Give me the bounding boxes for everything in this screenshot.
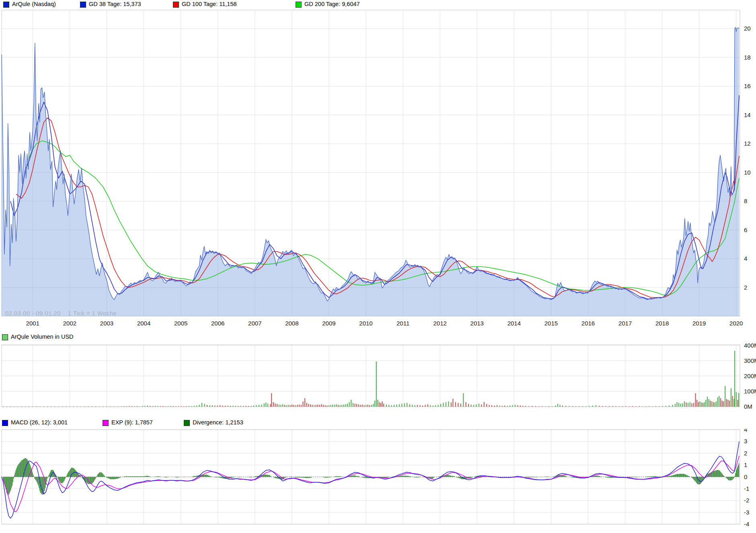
volume-legend: ArQule Volumen in USD <box>0 333 756 342</box>
y-axis-label: 2 <box>744 284 747 291</box>
watermark-tick-info: 1 Tick = 1 Woche <box>68 310 117 317</box>
x-axis-label: 2003 <box>100 320 113 327</box>
y-axis-label: 0M <box>744 403 752 409</box>
x-axis-label: 2020 <box>729 320 743 327</box>
price-chart[interactable]: 2468101214161820200120022003200420052006… <box>0 0 756 332</box>
x-axis-label: 2016 <box>581 320 595 327</box>
y-axis-label: 12 <box>744 140 751 147</box>
watermark-date-range: 02.03.00 - 09.01.20 <box>5 310 61 317</box>
x-axis-label: 2008 <box>285 320 298 327</box>
x-axis-label: 2018 <box>655 320 669 327</box>
x-axis-label: 2005 <box>174 320 187 327</box>
y-axis-label: -4 <box>744 521 749 527</box>
x-axis-label: 2012 <box>433 320 446 327</box>
y-axis-label: 16 <box>744 82 751 89</box>
y-axis-label: -3 <box>744 509 749 516</box>
y-axis-label: 2 <box>744 450 747 457</box>
x-axis-label: 2015 <box>544 320 558 327</box>
volume-series-swatch <box>2 334 8 340</box>
exp-series-swatch <box>103 420 109 426</box>
y-axis-label: 200M <box>744 372 756 379</box>
y-axis-label: -1 <box>744 485 749 492</box>
x-axis-label: 2011 <box>396 320 409 327</box>
y-axis-label: 300M <box>744 357 756 364</box>
y-axis-label: 100M <box>744 388 756 395</box>
exp-series-label: EXP (9): 1,7857 <box>111 419 153 426</box>
macd-series-label: MACD (26, 12): 3,001 <box>11 419 68 426</box>
y-axis-label: 4 <box>744 255 747 262</box>
x-axis-label: 2013 <box>470 320 484 327</box>
y-axis-label: 3 <box>744 438 747 445</box>
x-axis-label: 2001 <box>26 320 39 327</box>
y-axis-label: 14 <box>744 111 751 118</box>
divergence-series-label: Divergence: 1,2153 <box>193 419 243 426</box>
y-axis-label: 0 <box>744 473 747 480</box>
y-axis-label: -2 <box>744 497 749 504</box>
volume-series-label: ArQule Volumen in USD <box>11 333 74 340</box>
y-axis-label: 8 <box>744 198 747 204</box>
y-axis-label: 20 <box>744 25 751 32</box>
macd-legend: MACD (26, 12): 3,001 EXP (9): 1,7857 Div… <box>0 419 756 428</box>
y-axis-label: 18 <box>744 54 751 61</box>
x-axis-label: 2004 <box>137 320 150 327</box>
chart-watermark: 02.03.00 - 09.01.201 Tick = 1 Woche <box>5 310 124 317</box>
x-axis-label: 2002 <box>63 320 76 327</box>
y-axis-label: 4 <box>744 429 747 433</box>
x-axis-label: 2017 <box>618 320 632 327</box>
x-axis-label: 2009 <box>322 320 335 327</box>
y-axis-label: 6 <box>744 226 747 233</box>
x-axis-label: 2014 <box>507 320 521 327</box>
divergence-series-swatch <box>184 420 190 426</box>
x-axis-label: 2007 <box>248 320 261 327</box>
y-axis-label: 10 <box>744 169 751 176</box>
x-axis-label: 2010 <box>359 320 372 327</box>
x-axis-label: 2019 <box>692 320 706 327</box>
y-axis-label: 400M <box>744 343 756 349</box>
macd-chart[interactable]: 43210-1-2-3-4 <box>0 429 756 533</box>
y-axis-label: 1 <box>744 461 747 468</box>
x-axis-label: 2006 <box>211 320 224 327</box>
macd-series-swatch <box>2 420 8 426</box>
volume-chart[interactable]: 0M100M200M300M400M <box>0 343 756 409</box>
